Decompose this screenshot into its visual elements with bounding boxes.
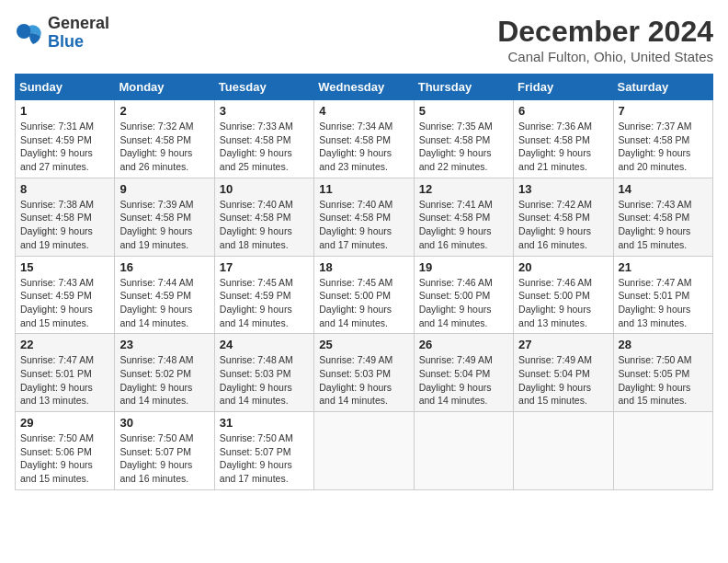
cell-info: Sunrise: 7:32 AMSunset: 4:58 PMDaylight:… (119, 121, 193, 172)
day-number: 21 (619, 260, 708, 274)
calendar-cell: 12Sunrise: 7:41 AMSunset: 4:58 PMDayligh… (414, 178, 513, 256)
calendar-cell: 6Sunrise: 7:36 AMSunset: 4:58 PMDaylight… (514, 100, 613, 178)
main-title: December 2024 (497, 15, 713, 49)
logo-text: General Blue (48, 15, 109, 52)
subtitle: Canal Fulton, Ohio, United States (497, 49, 713, 64)
day-number: 2 (119, 104, 209, 118)
cell-info: Sunrise: 7:43 AMSunset: 4:59 PMDaylight:… (20, 277, 94, 328)
calendar-cell: 5Sunrise: 7:35 AMSunset: 4:58 PMDaylight… (414, 100, 513, 178)
calendar-week-3: 15Sunrise: 7:43 AMSunset: 4:59 PMDayligh… (16, 256, 713, 334)
day-header-monday: Monday (115, 75, 214, 100)
day-number: 26 (419, 338, 508, 351)
day-header-saturday: Saturday (613, 75, 712, 100)
cell-info: Sunrise: 7:50 AMSunset: 5:05 PMDaylight:… (619, 354, 692, 406)
day-number: 29 (20, 416, 109, 430)
day-header-friday: Friday (514, 75, 613, 100)
calendar-cell (514, 412, 613, 490)
calendar-cell: 13Sunrise: 7:42 AMSunset: 4:58 PMDayligh… (514, 178, 613, 256)
day-number: 22 (20, 338, 109, 351)
calendar-cell: 15Sunrise: 7:43 AMSunset: 4:59 PMDayligh… (16, 256, 115, 334)
day-number: 19 (419, 260, 508, 274)
day-number: 14 (619, 182, 708, 196)
calendar-week-4: 22Sunrise: 7:47 AMSunset: 5:01 PMDayligh… (16, 334, 713, 412)
calendar-cell: 26Sunrise: 7:49 AMSunset: 5:04 PMDayligh… (414, 334, 513, 412)
calendar-cell: 2Sunrise: 7:32 AMSunset: 4:58 PMDaylight… (115, 100, 214, 178)
cell-info: Sunrise: 7:36 AMSunset: 4:58 PMDaylight:… (518, 121, 592, 172)
calendar-cell: 18Sunrise: 7:45 AMSunset: 5:00 PMDayligh… (314, 256, 414, 334)
calendar-cell: 3Sunrise: 7:33 AMSunset: 4:58 PMDaylight… (214, 100, 313, 178)
calendar-header-row: SundayMondayTuesdayWednesdayThursdayFrid… (16, 75, 713, 100)
calendar-cell (613, 412, 712, 490)
calendar-cell: 8Sunrise: 7:38 AMSunset: 4:58 PMDaylight… (16, 178, 115, 256)
day-number: 28 (619, 338, 708, 351)
cell-info: Sunrise: 7:31 AMSunset: 4:59 PMDaylight:… (20, 121, 94, 172)
day-header-thursday: Thursday (414, 75, 513, 100)
day-number: 30 (119, 416, 209, 430)
cell-info: Sunrise: 7:48 AMSunset: 5:03 PMDaylight:… (220, 354, 293, 406)
calendar-cell: 29Sunrise: 7:50 AMSunset: 5:06 PMDayligh… (16, 412, 115, 490)
cell-info: Sunrise: 7:46 AMSunset: 5:00 PMDaylight:… (419, 277, 493, 328)
calendar-cell: 20Sunrise: 7:46 AMSunset: 5:00 PMDayligh… (514, 256, 613, 334)
day-number: 23 (119, 338, 209, 351)
cell-info: Sunrise: 7:33 AMSunset: 4:58 PMDaylight:… (220, 121, 293, 172)
calendar-cell (414, 412, 513, 490)
day-number: 17 (220, 260, 309, 274)
day-number: 8 (20, 182, 109, 196)
day-number: 27 (518, 338, 608, 351)
day-header-tuesday: Tuesday (214, 75, 313, 100)
day-number: 5 (419, 104, 508, 118)
cell-info: Sunrise: 7:50 AMSunset: 5:06 PMDaylight:… (20, 432, 94, 484)
calendar-cell: 31Sunrise: 7:50 AMSunset: 5:07 PMDayligh… (214, 412, 313, 490)
calendar-cell: 7Sunrise: 7:37 AMSunset: 4:58 PMDaylight… (613, 100, 712, 178)
day-number: 24 (220, 338, 309, 351)
cell-info: Sunrise: 7:47 AMSunset: 5:01 PMDaylight:… (619, 277, 692, 328)
day-number: 4 (319, 104, 408, 118)
cell-info: Sunrise: 7:49 AMSunset: 5:03 PMDaylight:… (319, 354, 392, 406)
logo: General Blue (15, 15, 109, 52)
cell-info: Sunrise: 7:37 AMSunset: 4:58 PMDaylight:… (619, 121, 692, 172)
cell-info: Sunrise: 7:49 AMSunset: 5:04 PMDaylight:… (518, 354, 592, 406)
cell-info: Sunrise: 7:34 AMSunset: 4:58 PMDaylight:… (319, 121, 392, 172)
cell-info: Sunrise: 7:42 AMSunset: 4:58 PMDaylight:… (518, 199, 592, 250)
day-number: 20 (518, 260, 608, 274)
calendar-cell (314, 412, 414, 490)
cell-info: Sunrise: 7:50 AMSunset: 5:07 PMDaylight:… (220, 432, 293, 484)
day-number: 13 (518, 182, 608, 196)
day-number: 31 (220, 416, 309, 430)
cell-info: Sunrise: 7:41 AMSunset: 4:58 PMDaylight:… (419, 199, 493, 250)
svg-point-0 (17, 24, 31, 39)
cell-info: Sunrise: 7:45 AMSunset: 5:00 PMDaylight:… (319, 277, 392, 328)
title-area: December 2024 Canal Fulton, Ohio, United… (497, 15, 713, 64)
cell-info: Sunrise: 7:47 AMSunset: 5:01 PMDaylight:… (20, 354, 94, 406)
calendar-week-1: 1Sunrise: 7:31 AMSunset: 4:59 PMDaylight… (16, 100, 713, 178)
day-number: 3 (220, 104, 309, 118)
day-number: 16 (119, 260, 209, 274)
cell-info: Sunrise: 7:49 AMSunset: 5:04 PMDaylight:… (419, 354, 493, 406)
calendar-cell: 17Sunrise: 7:45 AMSunset: 4:59 PMDayligh… (214, 256, 313, 334)
cell-info: Sunrise: 7:38 AMSunset: 4:58 PMDaylight:… (20, 199, 94, 250)
calendar-cell: 22Sunrise: 7:47 AMSunset: 5:01 PMDayligh… (16, 334, 115, 412)
calendar-cell: 30Sunrise: 7:50 AMSunset: 5:07 PMDayligh… (115, 412, 214, 490)
day-number: 10 (220, 182, 309, 196)
logo-icon (15, 18, 44, 48)
day-header-wednesday: Wednesday (314, 75, 414, 100)
calendar-table: SundayMondayTuesdayWednesdayThursdayFrid… (15, 74, 713, 490)
day-number: 1 (20, 104, 109, 118)
cell-info: Sunrise: 7:46 AMSunset: 5:00 PMDaylight:… (518, 277, 592, 328)
day-number: 15 (20, 260, 109, 274)
calendar-cell: 11Sunrise: 7:40 AMSunset: 4:58 PMDayligh… (314, 178, 414, 256)
day-number: 9 (119, 182, 209, 196)
cell-info: Sunrise: 7:45 AMSunset: 4:59 PMDaylight:… (220, 277, 293, 328)
day-number: 25 (319, 338, 408, 351)
calendar-cell: 9Sunrise: 7:39 AMSunset: 4:58 PMDaylight… (115, 178, 214, 256)
cell-info: Sunrise: 7:39 AMSunset: 4:58 PMDaylight:… (119, 199, 193, 250)
cell-info: Sunrise: 7:40 AMSunset: 4:58 PMDaylight:… (220, 199, 293, 250)
calendar-cell: 27Sunrise: 7:49 AMSunset: 5:04 PMDayligh… (514, 334, 613, 412)
calendar-cell: 28Sunrise: 7:50 AMSunset: 5:05 PMDayligh… (613, 334, 712, 412)
calendar-cell: 10Sunrise: 7:40 AMSunset: 4:58 PMDayligh… (214, 178, 313, 256)
calendar-cell: 14Sunrise: 7:43 AMSunset: 4:58 PMDayligh… (613, 178, 712, 256)
cell-info: Sunrise: 7:40 AMSunset: 4:58 PMDaylight:… (319, 199, 392, 250)
cell-info: Sunrise: 7:35 AMSunset: 4:58 PMDaylight:… (419, 121, 493, 172)
day-number: 7 (619, 104, 708, 118)
page-header: General Blue December 2024 Canal Fulton,… (15, 15, 713, 64)
